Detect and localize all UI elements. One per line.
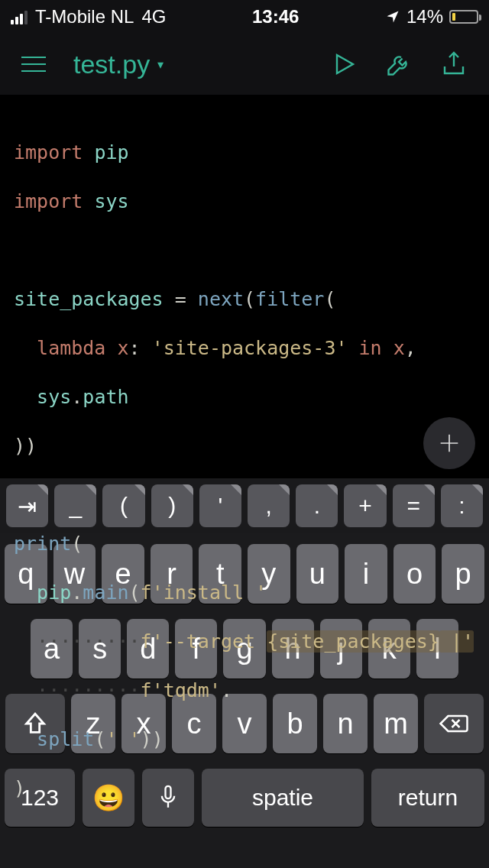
- code-line: ·········f'tqdm'.: [14, 679, 475, 703]
- signal-icon: [11, 9, 28, 24]
- accessory-key-comma[interactable]: ,: [248, 484, 290, 527]
- hamburger-icon: [21, 57, 46, 72]
- battery-pct: 14%: [406, 6, 443, 28]
- wrench-icon: [385, 50, 413, 78]
- code-line: pip.main(f'install ': [14, 581, 475, 605]
- network-label: 4G: [141, 6, 166, 28]
- code-line: sys.path: [14, 385, 475, 410]
- dropdown-icon: ▾: [157, 57, 164, 72]
- share-button[interactable]: [440, 50, 468, 78]
- accessory-key-equals[interactable]: =: [393, 484, 435, 527]
- file-title-button[interactable]: test.py ▾: [73, 50, 164, 79]
- location-icon: [385, 9, 400, 24]
- code-line: ): [14, 776, 475, 801]
- code-line: split(' ')): [14, 727, 475, 752]
- plus-icon: [436, 430, 462, 456]
- share-icon: [440, 50, 468, 78]
- code-line: [14, 238, 475, 263]
- carrier-label: T-Mobile NL: [35, 6, 134, 28]
- accessory-key-lparen[interactable]: (: [102, 484, 144, 527]
- code-line: import sys: [14, 189, 475, 214]
- accessory-key-colon[interactable]: :: [441, 484, 483, 527]
- code-editor[interactable]: import pip import sys site_packages = ne…: [0, 95, 489, 478]
- status-bar: T-Mobile NL 4G 13:46 14%: [0, 0, 489, 34]
- accessory-key-dot[interactable]: .: [296, 484, 338, 527]
- tools-button[interactable]: [385, 50, 413, 78]
- run-button[interactable]: [330, 50, 358, 78]
- code-line: lambda x: 'site-packages-3' in x,: [14, 336, 475, 361]
- add-button[interactable]: [423, 417, 475, 469]
- clock: 13:46: [166, 6, 385, 28]
- app-header: test.py ▾: [0, 34, 489, 95]
- code-line: site_packages = next(filter(: [14, 287, 475, 312]
- accessory-key-rparen[interactable]: ): [151, 484, 193, 527]
- accessory-key-underscore[interactable]: _: [54, 484, 96, 527]
- code-line: )): [14, 434, 475, 458]
- code-line: import pip: [14, 141, 475, 165]
- accessory-key-quote[interactable]: ': [199, 484, 241, 527]
- menu-button[interactable]: [21, 57, 46, 72]
- play-icon: [330, 50, 358, 78]
- battery-icon: [449, 10, 478, 24]
- code-line: print(: [14, 532, 475, 556]
- file-title-label: test.py: [73, 50, 150, 79]
- accessory-key-plus[interactable]: +: [344, 484, 386, 527]
- code-line: ·········f'--target {site_packages} |': [14, 630, 475, 654]
- accessory-key-tab[interactable]: ⇥: [6, 484, 48, 527]
